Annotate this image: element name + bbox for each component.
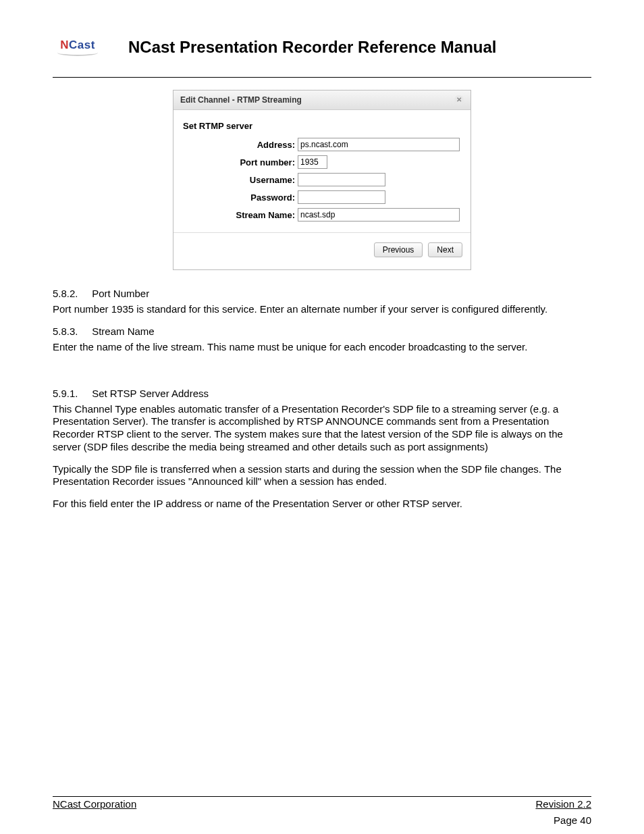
row-password: Password: [183,190,461,204]
row-stream-name: Stream Name: [183,208,461,221]
page-number: Page 40 [554,814,591,826]
section-583-body: Enter the name of the live stream. This … [53,341,591,354]
label-username: Username: [183,175,298,185]
section-582-heading: 5.8.2. Port Number [53,288,591,299]
stream-name-input[interactable] [298,208,460,221]
section-591-title: Set RTSP Server Address [92,388,209,399]
dialog-section-title: Set RTMP server [183,121,461,131]
section-582-title: Port Number [92,288,149,299]
page-header: NCast NCast Presentation Recorder Refere… [53,34,591,78]
next-button[interactable]: Next [428,242,462,257]
row-username: Username: [183,173,461,186]
row-address: Address: [183,138,461,151]
section-591-heading: 5.9.1. Set RTSP Server Address [53,388,591,399]
section-582-number: 5.8.2. [53,288,89,299]
dialog-title: Edit Channel - RTMP Streaming [180,95,302,105]
logo-swoosh-icon [57,49,98,56]
close-icon[interactable]: ✕ [454,95,464,105]
page-title: NCast Presentation Recorder Reference Ma… [122,38,591,57]
dialog-titlebar: Edit Channel - RTMP Streaming ✕ [173,90,471,110]
footer-company: NCast Corporation [53,798,136,810]
footer-revision: Revision 2.2 [535,798,591,810]
dialog-footer: Previous Next [173,233,471,269]
section-591-p3: For this field enter the IP address or n… [53,498,591,511]
port-input[interactable] [298,155,327,169]
ncast-logo: NCast [53,34,103,61]
label-address: Address: [183,140,298,150]
section-591-number: 5.9.1. [53,388,89,399]
previous-button[interactable]: Previous [374,242,423,257]
section-583-title: Stream Name [92,325,155,337]
row-port: Port number: [183,155,461,169]
label-stream-name: Stream Name: [183,210,298,220]
section-582-body: Port number 1935 is standard for this se… [53,303,591,316]
username-input[interactable] [298,173,385,186]
address-input[interactable] [298,138,460,151]
password-input[interactable] [298,190,385,204]
section-583-heading: 5.8.3. Stream Name [53,325,591,337]
page-footer: NCast Corporation Revision 2.2 [53,796,591,810]
edit-channel-dialog: Edit Channel - RTMP Streaming ✕ Set RTMP… [173,90,471,270]
section-591-p1: This Channel Type enables automatic tran… [53,403,591,454]
dialog-body: Set RTMP server Address: Port number: Us… [173,110,471,233]
label-port: Port number: [183,157,298,167]
label-password: Password: [183,192,298,203]
section-591-p2: Typically the SDP file is transferred wh… [53,463,591,489]
section-583-number: 5.8.3. [53,325,89,337]
dialog-figure: Edit Channel - RTMP Streaming ✕ Set RTMP… [53,90,591,270]
